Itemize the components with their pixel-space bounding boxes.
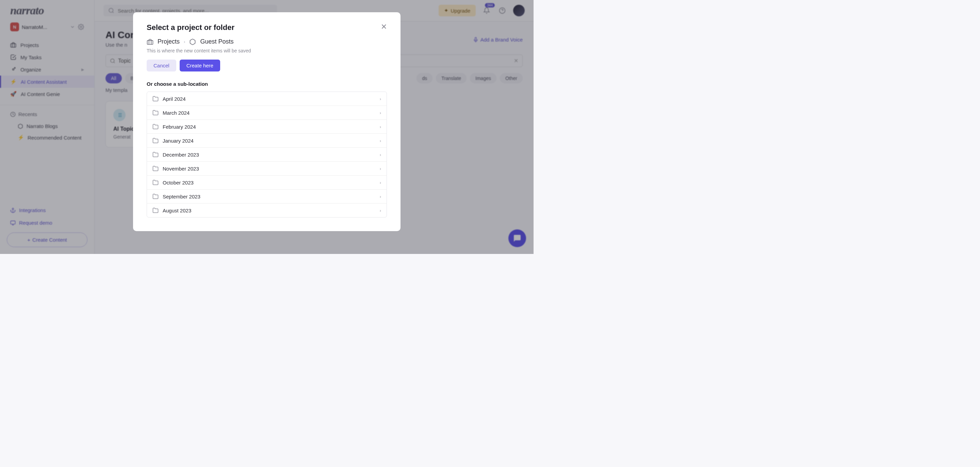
chevron-right-icon: › <box>184 39 185 44</box>
folder-icon <box>153 124 159 130</box>
package-icon <box>189 38 196 45</box>
briefcase-icon <box>147 38 153 45</box>
breadcrumb-projects[interactable]: Projects <box>158 38 180 45</box>
folder-name: November 2023 <box>163 166 199 172</box>
folder-icon <box>153 166 159 172</box>
folder-name: August 2023 <box>163 208 191 214</box>
chevron-right-icon: › <box>380 152 381 157</box>
modal-actions: Cancel Create here <box>147 60 387 72</box>
modal-hint: This is where the new content items will… <box>147 48 387 53</box>
folder-row[interactable]: April 2024 › <box>147 92 387 106</box>
folder-icon <box>153 207 159 214</box>
folder-name: December 2023 <box>163 152 199 158</box>
breadcrumb: Projects › Guest Posts <box>147 38 387 45</box>
chevron-right-icon: › <box>380 96 381 102</box>
folder-name: February 2024 <box>163 124 196 130</box>
folder-row[interactable]: August 2023 › <box>147 204 387 217</box>
folder-row[interactable]: September 2023 › <box>147 190 387 204</box>
breadcrumb-current: Guest Posts <box>200 38 234 45</box>
chevron-right-icon: › <box>380 194 381 199</box>
folder-row[interactable]: March 2024 › <box>147 106 387 120</box>
folder-row[interactable]: November 2023 › <box>147 162 387 175</box>
chevron-right-icon: › <box>380 180 381 185</box>
folder-name: October 2023 <box>163 180 194 185</box>
folder-row[interactable]: December 2023 › <box>147 148 387 162</box>
folder-row[interactable]: January 2024 › <box>147 134 387 148</box>
select-project-modal: Select a project or folder ✕ Projects › … <box>133 12 401 231</box>
folder-name: September 2023 <box>163 194 200 199</box>
chevron-right-icon: › <box>380 208 381 213</box>
chevron-right-icon: › <box>380 138 381 143</box>
folder-name: January 2024 <box>163 138 194 143</box>
folder-name: April 2024 <box>163 96 186 102</box>
folder-icon <box>153 179 159 185</box>
chevron-right-icon: › <box>380 166 381 171</box>
folder-icon <box>153 151 159 158</box>
modal-overlay[interactable]: Select a project or folder ✕ Projects › … <box>0 0 533 254</box>
folder-row[interactable]: October 2023 › <box>147 175 387 190</box>
sub-location-label: Or choose a sub-location <box>147 81 387 87</box>
modal-title: Select a project or folder <box>147 23 234 32</box>
folder-icon <box>153 193 159 199</box>
folder-list: April 2024 › March 2024 › February 2024 … <box>147 92 387 217</box>
svg-rect-23 <box>147 40 153 44</box>
folder-icon <box>153 110 159 116</box>
chevron-right-icon: › <box>380 124 381 129</box>
folder-icon <box>153 137 159 143</box>
create-here-button[interactable]: Create here <box>180 60 220 72</box>
folder-name: March 2024 <box>163 110 189 116</box>
folder-row[interactable]: February 2024 › <box>147 120 387 134</box>
chevron-right-icon: › <box>380 110 381 115</box>
folder-icon <box>153 96 159 102</box>
close-icon[interactable]: ✕ <box>381 23 387 30</box>
cancel-button[interactable]: Cancel <box>147 60 176 72</box>
